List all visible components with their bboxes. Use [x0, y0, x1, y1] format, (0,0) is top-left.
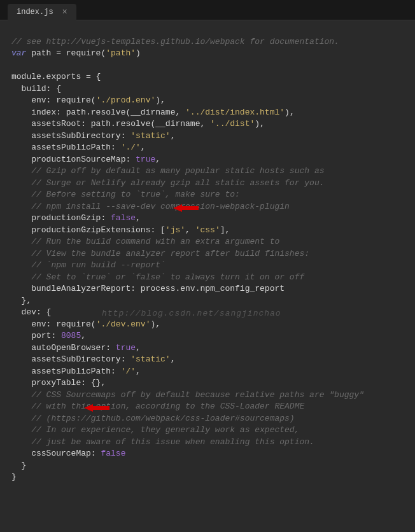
- string: 'path': [106, 48, 136, 58]
- code-text: ),: [155, 95, 165, 105]
- code-editor[interactable]: // see http://vuejs-templates.github.io/…: [0, 20, 415, 532]
- code-text: index: path.resolve(__dirname,: [11, 108, 185, 117]
- const-false: false: [111, 213, 136, 223]
- code-text: ,: [171, 354, 176, 364]
- string: 'css': [195, 225, 220, 235]
- tab-label: index.js: [17, 8, 53, 17]
- tab-bar: index.js ×: [0, 0, 415, 20]
- close-icon[interactable]: ×: [62, 8, 67, 17]
- code-text: assetsPublicPath:: [11, 143, 121, 152]
- code-text: ],: [220, 225, 230, 235]
- comment: // just be aware of this issue when enab…: [11, 437, 314, 447]
- code-text: ): [136, 48, 141, 58]
- code-text: assetsSubDirectory:: [11, 131, 130, 141]
- string: 'js': [165, 225, 185, 235]
- code-text: }: [11, 472, 17, 482]
- code-text: build: {: [11, 84, 61, 94]
- svg-marker-0: [173, 204, 199, 212]
- string: 'static': [130, 131, 170, 141]
- code-text: ,: [141, 143, 146, 152]
- comment: // Surge or Netlify already gzip all sta…: [11, 178, 324, 188]
- code-text: env: require(: [11, 319, 96, 329]
- code-text: module.exports = {: [11, 72, 101, 81]
- code-text: ,: [81, 331, 86, 340]
- comment: // Run the build command with an extra a…: [11, 237, 279, 246]
- comment: // npm install --save-dev compression-we…: [11, 202, 290, 211]
- code-text: port:: [11, 331, 61, 340]
- code-text: dev: {: [11, 307, 51, 317]
- code-text: ,: [185, 225, 195, 235]
- code-text: ,: [136, 213, 141, 223]
- keyword-var: var: [11, 48, 26, 58]
- code-text: ,: [171, 131, 176, 141]
- code-text: ,: [136, 343, 141, 353]
- const-true: true: [116, 343, 136, 353]
- code-text: }: [11, 461, 26, 470]
- comment: // CSS Sourcemaps off by default because…: [11, 390, 364, 400]
- code-text: assetsRoot: path.resolve(__dirname,: [11, 119, 210, 129]
- code-text: assetsPublicPath:: [11, 367, 121, 376]
- comment: // View the bundle analyzer report after…: [11, 249, 309, 258]
- code-text: },: [11, 296, 31, 305]
- comment: // Set to `true` or `false` to always tu…: [11, 272, 304, 282]
- const-true: true: [136, 155, 155, 164]
- watermark: http://blog.csdn.net/sangjinchao: [102, 308, 281, 320]
- code-text: ),: [255, 119, 265, 129]
- arrow-annotation-1: [173, 179, 199, 190]
- code-text: ),: [150, 319, 160, 329]
- arrow-annotation-2: [84, 379, 109, 389]
- code-text: ,: [136, 367, 141, 376]
- string: './': [121, 143, 141, 152]
- code-text: productionGzip:: [11, 213, 111, 223]
- svg-marker-1: [84, 404, 109, 412]
- string: './dev.env': [96, 319, 151, 329]
- code-text: bundleAnalyzerReport: process.env.npm_co…: [11, 284, 285, 293]
- comment: // see http://vuejs-templates.github.io/…: [11, 37, 339, 46]
- code-text: cssSourceMap:: [11, 449, 101, 458]
- const-false: false: [101, 449, 125, 458]
- comment: // Before setting to `true`, make sure t…: [11, 190, 240, 199]
- code-text: autoOpenBrowser:: [11, 343, 116, 353]
- code-text: assetsSubDirectory:: [11, 354, 130, 364]
- tab-indexjs[interactable]: index.js ×: [8, 4, 76, 20]
- string: '../dist': [210, 119, 255, 129]
- code-text: ),: [285, 108, 295, 117]
- code-text: productionGzipExtensions: [: [11, 225, 165, 235]
- string: '/': [121, 367, 136, 376]
- code-text: ,: [155, 155, 160, 164]
- comment: // with this option, according to the CS…: [11, 402, 304, 411]
- code-text: env: require(: [11, 95, 96, 105]
- string: 'static': [130, 354, 170, 364]
- code-text: productionSourceMap:: [11, 155, 136, 164]
- comment: // `npm run build --report`: [11, 260, 165, 270]
- comment: // In our experience, they generally wor…: [11, 425, 299, 435]
- code-text: path = require(: [26, 48, 106, 58]
- comment: // (https://github.com/webpack/css-loade…: [11, 414, 295, 423]
- string: './prod.env': [96, 95, 156, 105]
- comment: // Gzip off by default as many popular s…: [11, 166, 324, 176]
- number: 8085: [61, 331, 81, 340]
- string: '../dist/index.html': [185, 108, 285, 117]
